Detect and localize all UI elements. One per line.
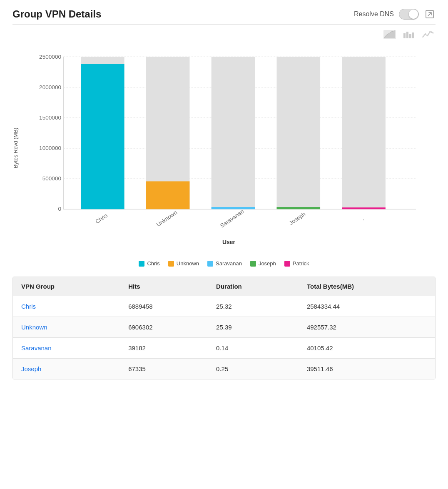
resolve-dns-toggle[interactable] (399, 9, 419, 20)
bar-patrick-bg (342, 57, 386, 209)
chart-container: 2500000 2000000 1500000 1000000 500000 0… (22, 44, 436, 252)
col-hits: Hits (120, 277, 208, 296)
svg-rect-3 (403, 33, 406, 38)
svg-text:2000000: 2000000 (39, 84, 61, 90)
bar-chart-button[interactable] (401, 29, 416, 40)
bar-joseph (277, 207, 321, 209)
x-axis-label: User (22, 239, 436, 245)
table-row: Chris 6889458 25.32 2584334.44 (13, 296, 435, 317)
svg-text:1500000: 1500000 (39, 115, 61, 121)
data-table-section: VPN Group Hits Duration Total Bytes(MB) … (12, 277, 436, 379)
page-header: Group VPN Details Resolve DNS (12, 8, 436, 25)
legend-label-chris: Chris (147, 260, 159, 267)
legend-color-joseph (250, 261, 256, 267)
legend-item-chris: Chris (139, 260, 159, 267)
svg-rect-5 (409, 34, 411, 38)
vpn-group-cell[interactable]: Unknown (13, 317, 120, 338)
chart-controls (12, 29, 436, 40)
total-bytes-cell: 40105.42 (299, 338, 435, 359)
duration-cell: 25.32 (208, 296, 299, 317)
svg-text:2500000: 2500000 (39, 54, 61, 60)
vpn-group-cell[interactable]: Joseph (13, 359, 120, 379)
table-row: Unknown 6906302 25.39 492557.32 (13, 317, 435, 338)
legend-item-unknown: Unknown (168, 260, 199, 267)
svg-rect-4 (406, 32, 408, 38)
svg-rect-6 (412, 32, 414, 38)
legend-color-patrick (284, 261, 290, 267)
header-controls: Resolve DNS (354, 8, 436, 20)
data-table: VPN Group Hits Duration Total Bytes(MB) … (13, 277, 435, 379)
export-icon[interactable] (424, 8, 436, 20)
table-header-row: VPN Group Hits Duration Total Bytes(MB) (13, 277, 435, 296)
hits-cell: 67335 (120, 359, 208, 379)
total-bytes-cell: 492557.32 (299, 317, 435, 338)
legend-item-patrick: Patrick (284, 260, 309, 267)
page-title: Group VPN Details (12, 8, 101, 20)
svg-text:Unknown: Unknown (155, 209, 178, 228)
y-axis-label: Bytes Rcvd (MB) (12, 44, 19, 252)
bar-unknown (146, 181, 190, 209)
col-duration: Duration (208, 277, 299, 296)
legend-item-joseph: Joseph (250, 260, 276, 267)
legend-label-patrick: Patrick (293, 260, 309, 267)
vpn-group-cell[interactable]: Saravanan (13, 338, 120, 359)
legend-color-unknown (168, 261, 174, 267)
duration-cell: 0.25 (208, 359, 299, 379)
legend-label-joseph: Joseph (259, 260, 276, 267)
total-bytes-cell: 39511.46 (299, 359, 435, 379)
col-vpn-group: VPN Group (13, 277, 120, 296)
hits-cell: 6889458 (120, 296, 208, 317)
bar-patrick (342, 207, 386, 209)
duration-cell: 25.39 (208, 317, 299, 338)
resolve-dns-label: Resolve DNS (354, 10, 394, 18)
duration-cell: 0.14 (208, 338, 299, 359)
svg-text:Saravanan: Saravanan (219, 208, 245, 229)
table-row: Joseph 67335 0.25 39511.46 (13, 359, 435, 379)
svg-text:0: 0 (58, 206, 61, 212)
legend-label-unknown: Unknown (177, 260, 199, 267)
svg-text:Joseph: Joseph (288, 211, 306, 226)
bar-chris (81, 64, 124, 209)
hits-cell: 39182 (120, 338, 208, 359)
bar-saravanan (212, 207, 255, 209)
svg-text:500000: 500000 (42, 175, 62, 182)
line-chart-button[interactable] (421, 29, 436, 40)
svg-text:1000000: 1000000 (39, 145, 61, 151)
bar-chart-svg: 2500000 2000000 1500000 1000000 500000 0… (22, 44, 436, 235)
area-chart-button[interactable] (382, 29, 397, 40)
total-bytes-cell: 2584334.44 (299, 296, 435, 317)
table-row: Saravanan 39182 0.14 40105.42 (13, 338, 435, 359)
bar-saravanan-bg (212, 57, 255, 209)
table-body: Chris 6889458 25.32 2584334.44 Unknown 6… (13, 296, 435, 379)
hits-cell: 6906302 (120, 317, 208, 338)
svg-text:.: . (360, 215, 365, 221)
chart-area: Bytes Rcvd (MB) 2500000 2000000 1500000 … (12, 44, 436, 252)
bar-joseph-bg (277, 57, 321, 209)
legend-label-saravanan: Saravanan (216, 260, 242, 267)
legend-item-saravanan: Saravanan (207, 260, 242, 267)
legend-color-chris (139, 261, 144, 267)
svg-text:Chris: Chris (94, 212, 109, 225)
vpn-group-cell[interactable]: Chris (13, 296, 120, 317)
page: Group VPN Details Resolve DNS (0, 0, 448, 388)
col-total-bytes: Total Bytes(MB) (299, 277, 435, 296)
legend-color-saravanan (207, 261, 213, 267)
table-header: VPN Group Hits Duration Total Bytes(MB) (13, 277, 435, 296)
chart-legend: ChrisUnknownSaravananJosephPatrick (12, 260, 436, 267)
